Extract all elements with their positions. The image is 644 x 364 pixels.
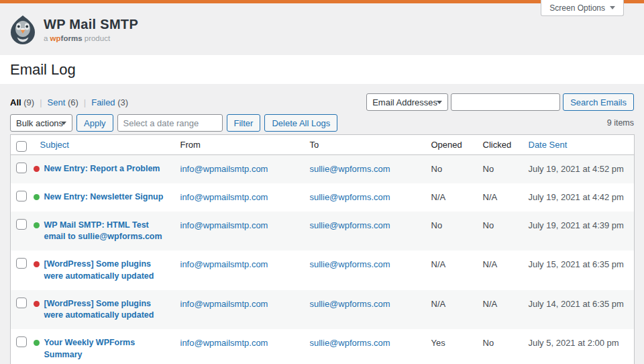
to-email-link[interactable]: sullie@wpforms.com <box>310 338 390 348</box>
email-subject-link[interactable]: WP Mail SMTP: HTML Test email to sullie@… <box>44 220 172 243</box>
items-count: 9 items <box>607 118 634 128</box>
status-filter-links: All (9) | Sent (6) | Failed (3) <box>10 97 128 107</box>
search-field-select-value: Email Addresses <box>372 97 437 107</box>
filter-failed-count: (3) <box>117 97 128 107</box>
to-email-link[interactable]: sullie@wpforms.com <box>310 299 390 309</box>
row-checkbox[interactable] <box>16 191 27 201</box>
from-email-link[interactable]: info@wpmailsmtp.com <box>180 164 268 174</box>
status-dot <box>34 222 40 228</box>
search-field-select[interactable]: Email Addresses <box>366 93 448 111</box>
date-range-input[interactable] <box>117 114 223 132</box>
to-email-link[interactable]: sullie@wpforms.com <box>310 259 390 269</box>
date-sent-value: July 19, 2021 at 4:39 pm <box>522 212 635 251</box>
clicked-value: No <box>476 155 522 183</box>
date-sent-value: July 14, 2021 at 6:35 pm <box>522 290 635 330</box>
opened-value: No <box>425 155 476 183</box>
page-title-bar: Email Log <box>0 55 644 84</box>
opened-value: N/A <box>425 251 476 290</box>
clicked-value: N/A <box>476 251 522 290</box>
email-subject-link[interactable]: New Entry: Report a Problem <box>44 163 160 175</box>
screen-options-button[interactable]: Screen Options <box>541 0 624 16</box>
date-sent-value: July 5, 2021 at 2:00 pm <box>522 329 635 364</box>
filter-failed-link[interactable]: Failed (3) <box>91 97 128 107</box>
row-checkbox[interactable] <box>16 258 27 269</box>
to-email-link[interactable]: sullie@wpforms.com <box>310 164 390 174</box>
to-email-link[interactable]: sullie@wpforms.com <box>310 192 390 202</box>
subtitle-suffix: product <box>85 34 110 42</box>
select-all-checkbox[interactable] <box>16 141 27 152</box>
from-email-link[interactable]: info@wpmailsmtp.com <box>180 220 268 230</box>
to-email-link[interactable]: sullie@wpforms.com <box>310 220 390 230</box>
plugin-subtitle: a wpforms product <box>44 34 138 42</box>
table-row: New Entry: Report a Problem info@wpmails… <box>11 155 635 183</box>
filter-failed-label: Failed <box>91 97 115 107</box>
delete-all-logs-button[interactable]: Delete All Logs <box>264 114 337 132</box>
clicked-value: No <box>476 329 522 364</box>
status-dot <box>34 194 40 200</box>
search-box: Email Addresses Search Emails <box>366 93 634 111</box>
clicked-value: No <box>476 212 522 251</box>
date-sent-value: July 19, 2021 at 4:42 pm <box>522 183 635 212</box>
table-toolbar: Bulk actions Apply Filter Delete All Log… <box>10 114 634 132</box>
status-dot <box>34 261 40 267</box>
brand-wp: wp <box>50 34 61 42</box>
apply-button[interactable]: Apply <box>76 114 113 132</box>
page-title: Email Log <box>10 61 76 79</box>
email-subject-link[interactable]: [WordPress] Some plugins were automatica… <box>44 298 172 322</box>
from-email-link[interactable]: info@wpmailsmtp.com <box>180 259 268 269</box>
filter-button[interactable]: Filter <box>227 114 261 132</box>
subtitle-prefix: a <box>44 34 48 42</box>
table-header: Subject From To Opened Clicked Date Sent <box>11 135 635 155</box>
filter-all-link[interactable]: All (9) <box>10 97 34 107</box>
filter-separator: | <box>84 97 86 107</box>
opened-value: No <box>425 212 476 251</box>
date-sent-value: July 15, 2021 at 6:35 pm <box>522 251 635 290</box>
filter-all-label: All <box>10 97 21 107</box>
screen-options-label: Screen Options <box>549 3 605 13</box>
wp-mail-smtp-logo-icon <box>8 15 38 44</box>
filter-sent-link[interactable]: Sent (6) <box>48 97 78 107</box>
plugin-title: WP Mail SMTP <box>44 17 138 32</box>
email-log-content: All (9) | Sent (6) | Failed (3) Email Ad… <box>0 93 644 364</box>
email-subject-link[interactable]: New Entry: Newsletter Signup <box>44 191 164 203</box>
bulk-actions-select[interactable]: Bulk actions <box>10 114 72 132</box>
brand-forms: forms <box>61 34 83 42</box>
row-checkbox[interactable] <box>16 298 27 308</box>
status-dot <box>34 166 40 172</box>
from-email-link[interactable]: info@wpmailsmtp.com <box>180 338 268 348</box>
status-dot <box>34 301 40 307</box>
clicked-value: N/A <box>476 183 522 212</box>
row-checkbox[interactable] <box>16 219 27 230</box>
column-header-opened: Opened <box>425 135 476 155</box>
table-row: WP Mail SMTP: HTML Test email to sullie@… <box>11 212 635 251</box>
table-row: Your Weekly WPForms Summary info@wpmails… <box>11 329 635 364</box>
toolbar-actions: Bulk actions Apply Filter Delete All Log… <box>10 114 337 132</box>
from-email-link[interactable]: info@wpmailsmtp.com <box>180 299 268 309</box>
table-row: [WordPress] Some plugins were automatica… <box>11 290 635 330</box>
status-dot <box>34 340 40 346</box>
row-checkbox[interactable] <box>16 163 27 173</box>
filter-all-count: (9) <box>23 97 34 107</box>
column-header-subject[interactable]: Subject <box>31 135 174 155</box>
email-subject-link[interactable]: [WordPress] Some plugins were automatica… <box>44 259 172 282</box>
bulk-actions-value: Bulk actions <box>16 118 63 128</box>
email-log-table: Subject From To Opened Clicked Date Sent… <box>10 134 635 364</box>
opened-value: N/A <box>425 290 476 330</box>
filter-separator: | <box>40 97 42 107</box>
list-controls-row: All (9) | Sent (6) | Failed (3) Email Ad… <box>10 93 634 111</box>
column-header-from: From <box>174 135 303 155</box>
search-input[interactable] <box>451 93 560 111</box>
chevron-down-icon <box>610 6 615 9</box>
table-row: New Entry: Newsletter Signup info@wpmail… <box>11 183 635 212</box>
column-header-date-sent[interactable]: Date Sent <box>522 135 635 155</box>
filter-sent-count: (6) <box>68 97 78 107</box>
search-emails-button[interactable]: Search Emails <box>563 93 634 111</box>
column-header-to: To <box>303 135 425 155</box>
table-row: [WordPress] Some plugins were automatica… <box>11 251 635 290</box>
opened-value: N/A <box>425 183 476 212</box>
chevron-down-icon <box>61 122 66 125</box>
email-subject-link[interactable]: Your Weekly WPForms Summary <box>44 337 172 361</box>
from-email-link[interactable]: info@wpmailsmtp.com <box>180 192 268 202</box>
log-table-body: New Entry: Report a Problem info@wpmails… <box>11 155 635 364</box>
row-checkbox[interactable] <box>16 336 27 347</box>
